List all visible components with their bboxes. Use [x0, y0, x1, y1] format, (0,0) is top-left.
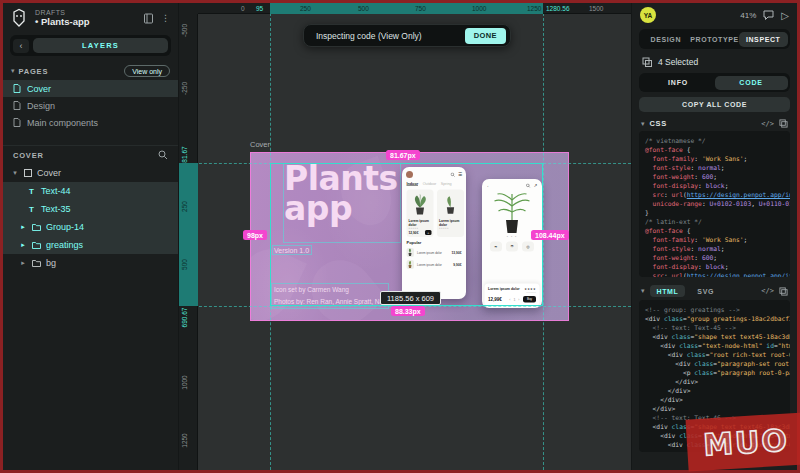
product-title: Lorem ipsum dolor: [439, 219, 462, 226]
tab-info[interactable]: INFO: [642, 76, 715, 90]
tab-html[interactable]: HTML: [650, 285, 686, 297]
measure-badge-left: 98px: [243, 230, 267, 240]
phone-mockup-home[interactable]: ☰ Indoor Outdoor Spring: [402, 167, 466, 299]
layer-row-cover-board[interactable]: ▾ Cover: [3, 164, 178, 182]
ruler-tick-label: 250: [300, 5, 311, 12]
ruler-tick-label: -500: [181, 16, 188, 46]
headline-text[interactable]: Plants app: [284, 164, 409, 224]
code-line: <div class="shape text text45-18ac3dbbde…: [645, 332, 784, 341]
library-icon[interactable]: [143, 13, 154, 24]
ruler-tick-label: 500: [358, 5, 369, 12]
object-outline: [272, 245, 312, 255]
board-name-label[interactable]: Cover: [250, 140, 270, 149]
tab-prototype[interactable]: PROTOTYPE: [690, 32, 739, 47]
tab-design[interactable]: DESIGN: [642, 32, 691, 47]
leaf-decoration: [250, 239, 307, 321]
selection-icon: [642, 57, 652, 67]
project-name[interactable]: • Plants-app: [35, 17, 137, 27]
tab-code[interactable]: CODE: [715, 76, 788, 90]
page-icon: [13, 84, 21, 93]
copy-all-code-button[interactable]: COPY ALL CODE: [639, 97, 790, 112]
board-icon: [24, 169, 32, 177]
menu-icon: ☰: [458, 172, 462, 177]
css-code-block[interactable]: /* vietnamese */@font-face { font-family…: [639, 131, 790, 277]
code-line: @font-face {: [645, 226, 784, 235]
code-line: </div>: [645, 386, 784, 395]
caret-icon[interactable]: ▾: [11, 169, 19, 177]
pages-caret-icon[interactable]: ▾: [11, 67, 15, 75]
buy-button: Buy: [523, 296, 536, 303]
code-line: }: [645, 208, 784, 217]
plant-image: [409, 193, 431, 218]
code-line: font-family: 'Work Sans';: [645, 235, 784, 244]
page-item-cover[interactable]: Cover: [3, 80, 178, 97]
product-card: Lorem ipsum dolor ●●●●● 12,90€ +: [407, 190, 434, 238]
app-window: DRAFTS • Plants-app ⋮ ‹ LAYERS ▾ PAGES V…: [0, 0, 800, 473]
quantity-stepper: ‹ 1 ›: [509, 298, 520, 302]
expand-code-icon[interactable]: </>: [761, 287, 774, 295]
ruler-tick-label: 250: [181, 192, 188, 222]
page-item-design[interactable]: Design: [3, 97, 178, 114]
vertical-ruler[interactable]: -500-25081.67250500690.6710001250: [179, 14, 198, 470]
phone-mockup-detail[interactable]: ← ↗: [482, 179, 542, 308]
menu-dots-icon[interactable]: ⋮: [161, 13, 170, 23]
tab-layers[interactable]: LAYERS: [33, 38, 168, 53]
ruler-tick-label: -250: [181, 74, 188, 104]
group-icon: [32, 241, 41, 249]
phone-avatar: [406, 171, 413, 178]
layer-row-text-35[interactable]: T Text-35: [3, 200, 178, 218]
code-line: <div class="root rich-text root-0" style: [645, 350, 784, 359]
css-caret-icon[interactable]: ▾: [641, 120, 645, 128]
collapse-sidebar-button[interactable]: ‹: [13, 39, 29, 53]
present-icon[interactable]: ▷: [781, 10, 789, 21]
leaf-decoration: [299, 247, 387, 321]
tab-inspect[interactable]: INSPECT: [739, 32, 788, 47]
horizontal-ruler[interactable]: 095250500750100012501280.561500: [179, 3, 631, 14]
tab-svg[interactable]: SVG: [690, 285, 721, 297]
plant-image: [441, 193, 461, 218]
ruler-tick-label: 500: [181, 250, 188, 280]
text-icon: T: [27, 187, 36, 196]
canvas-viewport[interactable]: 095250500750100012501280.561500 -500-250…: [179, 3, 631, 470]
caret-icon[interactable]: ▸: [19, 241, 27, 249]
layer-row-greatings[interactable]: ▸ greatings: [3, 236, 178, 254]
icon-credit-text[interactable]: Icon set by Carmen Wang: [274, 286, 349, 293]
layer-row-bg[interactable]: ▸ bg: [3, 254, 178, 272]
code-line: </div>: [645, 377, 784, 386]
measure-badge-bottom: 88.33px: [391, 306, 425, 316]
popular-price: 13,90€: [452, 251, 462, 255]
layer-row-text-44[interactable]: T Text-44: [3, 182, 178, 200]
markup-caret-icon[interactable]: ▾: [641, 287, 645, 295]
copy-icon[interactable]: [779, 119, 788, 128]
ruler-selection-band: [179, 163, 198, 306]
info-code-tab-bar: INFO CODE: [639, 73, 790, 92]
caret-icon[interactable]: ▸: [19, 223, 27, 231]
care-option-button: ◎: [522, 242, 534, 252]
product-card: Lorem ipsum dolor ●●●●●: [437, 190, 464, 238]
ruler-tick-label: 690.67: [181, 303, 188, 333]
code-line: </div>: [645, 395, 784, 404]
measure-badge-right: 108.44px: [531, 230, 569, 240]
code-line: <div class="group greatings-18ac2dbacf38…: [645, 314, 784, 323]
ruler-tick-label: 81.67: [181, 140, 188, 170]
zoom-level[interactable]: 41%: [740, 11, 756, 20]
text-icon: T: [27, 205, 36, 214]
caret-icon[interactable]: ▸: [19, 259, 27, 267]
css-section-header: CSS: [650, 119, 667, 128]
product-title: Lorem ipsum dolor: [488, 287, 524, 291]
code-line: src: url(https://design.penpot.app/inter…: [645, 271, 784, 277]
left-sidebar: DRAFTS • Plants-app ⋮ ‹ LAYERS ▾ PAGES V…: [3, 3, 179, 470]
comments-icon[interactable]: [763, 10, 774, 20]
ruler-tick-label: 0: [241, 5, 245, 12]
avatar[interactable]: YA: [640, 7, 656, 23]
version-text[interactable]: Version 1.0: [274, 247, 309, 254]
search-icon[interactable]: [158, 150, 168, 160]
back-icon: ←: [487, 183, 492, 188]
popular-title: Lorem ipsum dolor: [417, 251, 449, 254]
copy-icon[interactable]: [779, 287, 788, 296]
done-button[interactable]: DONE: [465, 28, 506, 44]
popular-row: Lorem ipsum dolor 13,90€: [402, 247, 466, 259]
expand-code-icon[interactable]: </>: [761, 120, 774, 128]
page-item-main-components[interactable]: Main components: [3, 114, 178, 131]
layer-row-group-14[interactable]: ▸ greatings Group-14: [3, 218, 178, 236]
